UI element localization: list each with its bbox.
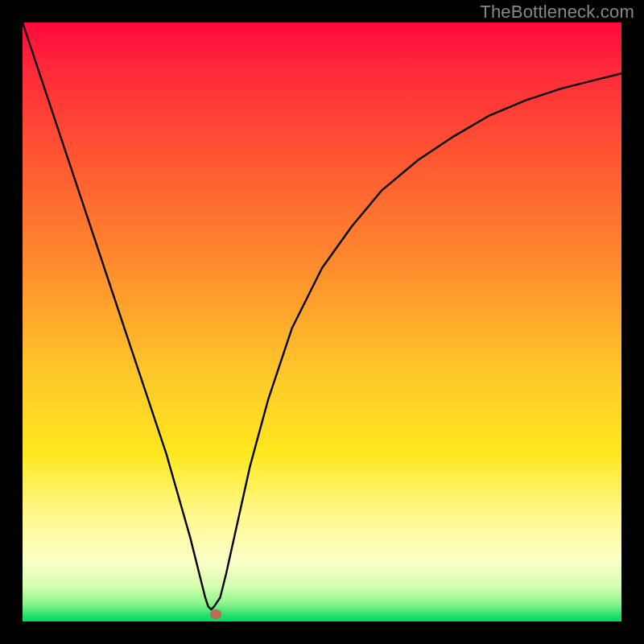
optimal-point-marker <box>210 609 221 619</box>
chart-container: TheBottleneck.com <box>0 0 644 644</box>
bottleneck-curve <box>23 23 621 621</box>
plot-area <box>23 23 621 621</box>
watermark-text: TheBottleneck.com <box>480 2 634 23</box>
